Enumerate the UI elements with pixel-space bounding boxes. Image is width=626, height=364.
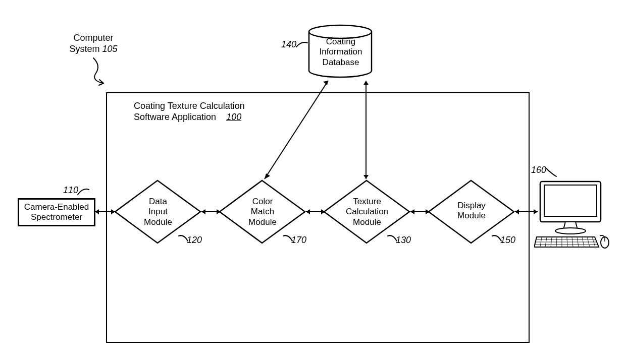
arrow-spec-di (92, 207, 118, 217)
spectrometer-text: Camera-EnabledSpectrometer (24, 202, 89, 223)
db-ref-tick-icon (295, 40, 309, 49)
wavy-arrow-icon (88, 55, 119, 91)
svg-marker-32 (321, 209, 325, 214)
system-title: ComputerSystem 105 (68, 33, 119, 54)
spec-ref-tick-icon (77, 187, 91, 198)
arrow-dm-computer (512, 207, 540, 217)
svg-marker-43 (363, 81, 369, 85)
arrow-tc-dm (408, 207, 432, 217)
dm-ref-tick-icon (491, 233, 504, 244)
svg-marker-44 (363, 175, 369, 179)
svg-marker-29 (217, 209, 221, 214)
database-icon (307, 24, 373, 80)
system-title-ref: 105 (102, 44, 117, 54)
svg-point-7 (555, 228, 586, 234)
svg-marker-37 (515, 209, 519, 214)
svg-marker-35 (426, 209, 430, 214)
svg-marker-34 (410, 209, 414, 214)
di-ref-tick-icon (178, 233, 190, 244)
app-label-ref: 100 (226, 112, 241, 122)
computer-ref: 160 (531, 165, 546, 176)
computer-icon (534, 179, 612, 250)
arrow-cm-tc (303, 207, 328, 217)
app-label: Coating Texture CalculationSoftware Appl… (134, 101, 275, 123)
svg-line-39 (265, 81, 328, 179)
svg-marker-28 (201, 209, 205, 214)
svg-marker-38 (534, 209, 538, 214)
svg-marker-31 (306, 209, 310, 214)
arrow-di-cm (199, 207, 223, 217)
spectrometer-box: Camera-EnabledSpectrometer (18, 198, 95, 226)
tc-ref-tick-icon (387, 233, 399, 244)
arrow-db-tc (361, 76, 371, 184)
svg-marker-26 (111, 209, 115, 214)
svg-marker-25 (95, 209, 99, 214)
comp-ref-tick-icon (545, 167, 559, 178)
svg-point-0 (309, 25, 372, 38)
spectrometer-ref: 110 (63, 185, 78, 196)
svg-rect-6 (544, 185, 597, 216)
cm-ref-tick-icon (282, 233, 295, 244)
arrow-db-cm (257, 76, 338, 184)
database-ref: 140 (281, 39, 296, 50)
svg-marker-41 (265, 173, 270, 179)
